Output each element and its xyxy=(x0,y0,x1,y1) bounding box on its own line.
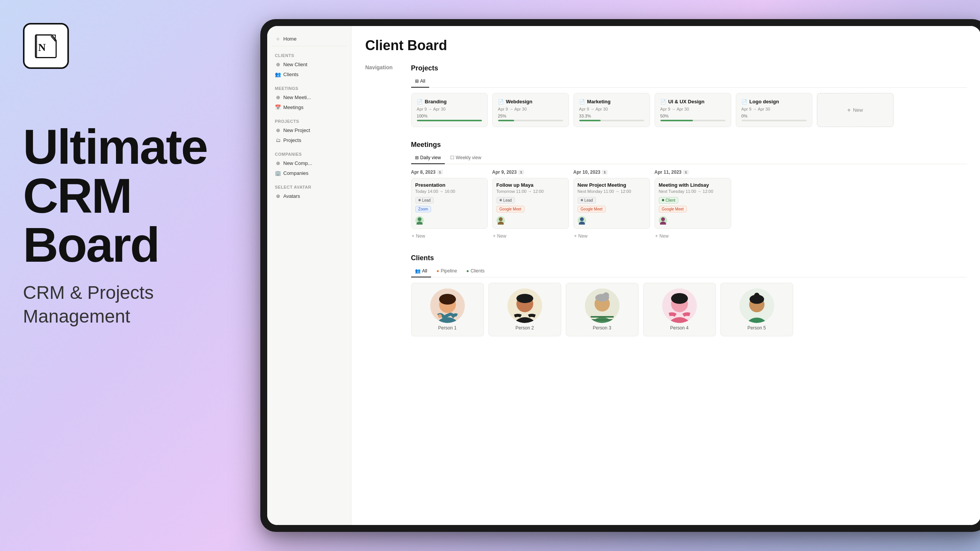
add-new-project-card[interactable]: + New xyxy=(817,93,893,127)
meeting-avatar-newproject xyxy=(578,216,586,225)
badge-lead-followup: Lead xyxy=(497,197,515,204)
hero-subtitle: CRM & ProjectsManagement xyxy=(23,281,207,329)
badge-lead-presentation: Lead xyxy=(415,197,434,204)
svg-point-5 xyxy=(498,222,504,225)
svg-point-2 xyxy=(418,217,421,221)
plus-icon-new-project: + xyxy=(847,107,851,114)
sidebar-item-new-meeting[interactable]: ⊕ New Meeti... xyxy=(272,92,346,102)
progress-bar-bg-uiux xyxy=(660,120,725,121)
tablet-frame: ○ Home Clients ⊕ New Client 👥 Clients Me… xyxy=(260,19,980,532)
add-new-meeting-apr9[interactable]: + New xyxy=(492,232,569,240)
plus-icon-meeting-apr8: + xyxy=(412,233,415,239)
client-name-1: Person 1 xyxy=(438,325,457,331)
project-card-marketing[interactable]: 📄 Marketing Apr 9 → Apr 30 33.3% xyxy=(573,93,650,127)
meeting-card-newproject[interactable]: New Project Meeting Next Monday 11:00 → … xyxy=(573,178,650,229)
project-date-webdesign: Apr 9 → Apr 30 xyxy=(498,107,563,111)
sidebar-label-clients: Clients xyxy=(283,72,299,77)
sidebar-label-projects: Projects xyxy=(283,137,301,143)
meeting-title-lindsay: Meeting with Lindsay xyxy=(659,182,727,188)
meeting-count-apr10: 1 xyxy=(602,170,608,174)
sidebar-item-new-company[interactable]: ⊕ New Comp... xyxy=(272,158,346,168)
tab-clients-pipeline[interactable]: ● Pipeline xyxy=(433,267,461,277)
client-card-4[interactable]: Person 4 xyxy=(643,283,716,336)
sidebar-label-companies: Companies xyxy=(283,170,309,176)
grid-icon-projects: ⊞ xyxy=(415,78,419,84)
add-new-project-label: New xyxy=(853,107,863,113)
progress-bar-fill-uiux xyxy=(660,120,693,121)
sidebar-label-home: Home xyxy=(283,36,297,42)
sidebar-label-new-project: New Project xyxy=(283,127,310,133)
tab-daily-view[interactable]: ⊞ Daily view xyxy=(411,153,445,164)
sidebar-item-new-client[interactable]: ⊕ New Client xyxy=(272,59,346,69)
sidebar-item-companies[interactable]: 🏢 Companies xyxy=(272,168,346,178)
meeting-col-apr11: Apr 11, 2023 1 Meeting with Lindsay Next… xyxy=(655,170,731,240)
meetings-grid: Apr 8, 2023 1 Presentation Today 14:00 →… xyxy=(411,170,967,243)
meeting-card-followup[interactable]: Follow up Maya Tomorrow 11:00 → 12:00 Le… xyxy=(492,178,569,229)
progress-label-branding: 100% xyxy=(417,114,482,118)
svg-point-14 xyxy=(438,314,442,318)
home-icon: ○ xyxy=(275,36,281,42)
tab-weekly-view[interactable]: ☐ Weekly view xyxy=(446,153,485,164)
main-content: Client Board Navigation Projects ⊞ xyxy=(351,26,980,525)
add-new-meeting-apr10[interactable]: + New xyxy=(573,232,650,240)
meeting-avatar-followup xyxy=(497,216,505,225)
plus-icon-meeting-apr11: + xyxy=(655,233,658,239)
meeting-card-lindsay[interactable]: Meeting with Lindsay Next Tuesday 11:00 … xyxy=(655,178,731,229)
client-name-2: Person 2 xyxy=(516,325,534,331)
sidebar-section-projects: Projects xyxy=(272,116,346,125)
folder-icon: 🗂 xyxy=(275,137,281,143)
client-avatar-5 xyxy=(740,289,774,323)
tab-clients-clients[interactable]: ● Clients xyxy=(462,267,488,277)
plus-icon-meeting-apr10: + xyxy=(574,233,577,239)
sidebar-item-meetings[interactable]: 📅 Meetings xyxy=(272,102,346,112)
client-card-5[interactable]: Person 5 xyxy=(720,283,793,336)
sidebar-label-new-meeting: New Meeti... xyxy=(283,95,311,100)
svg-point-3 xyxy=(416,222,423,225)
projects-grid: 📄 Branding Apr 9 → Apr 30 100% xyxy=(411,93,967,130)
project-name-uiux: UI & UX Design xyxy=(668,99,705,104)
sidebar-item-projects[interactable]: 🗂 Projects xyxy=(272,135,346,145)
meeting-date-apr10: Apr 10, 2023 1 xyxy=(573,170,650,175)
meeting-time-followup: Tomorrow 11:00 → 12:00 xyxy=(497,189,565,194)
project-card-uiux[interactable]: 📄 UI & UX Design Apr 9 → Apr 30 50% xyxy=(655,93,731,127)
sidebar-item-home[interactable]: ○ Home xyxy=(272,34,346,44)
client-card-1[interactable]: Person 1 xyxy=(411,283,484,336)
sidebar-section-avatar: Select Avatar xyxy=(272,182,346,191)
sidebar-divider-1 xyxy=(272,46,346,46)
meeting-card-presentation[interactable]: Presentation Today 14:00 → 16:00 Lead xyxy=(411,178,488,229)
meeting-time-lindsay: Next Tuesday 11:00 → 12:00 xyxy=(659,189,727,194)
sidebar: ○ Home Clients ⊕ New Client 👥 Clients Me… xyxy=(267,26,351,525)
meeting-time-presentation: Today 14:00 → 16:00 xyxy=(415,189,483,194)
client-avatar-3 xyxy=(585,289,619,323)
progress-bar-fill-webdesign xyxy=(498,120,514,121)
plus-icon-2: ⊕ xyxy=(275,94,281,100)
project-card-logo[interactable]: 📄 Logo design Apr 9 → Apr 30 0% xyxy=(736,93,812,127)
badge-client-lindsay: Client xyxy=(659,197,679,204)
sidebar-item-avatars[interactable]: ⊕ Avatars xyxy=(272,191,346,201)
project-card-branding[interactable]: 📄 Branding Apr 9 → Apr 30 100% xyxy=(411,93,488,127)
projects-section: Projects ⊞ All xyxy=(411,64,967,130)
client-name-5: Person 5 xyxy=(748,325,766,331)
add-new-meeting-apr8[interactable]: + New xyxy=(411,232,488,240)
svg-point-9 xyxy=(660,222,666,225)
project-card-webdesign[interactable]: 📄 Webdesign Apr 9 → Apr 30 25% xyxy=(492,93,569,127)
tab-projects-all[interactable]: ⊞ All xyxy=(411,77,429,88)
clients-grid: Person 1 xyxy=(411,283,967,339)
badge-gmeet-newproject: Google Meet xyxy=(578,206,606,212)
add-new-meeting-apr11[interactable]: + New xyxy=(655,232,731,240)
meeting-date-apr8: Apr 8, 2023 1 xyxy=(411,170,488,175)
client-name-4: Person 4 xyxy=(670,325,689,331)
notion-logo: N xyxy=(23,23,69,69)
progress-label-webdesign: 25% xyxy=(498,114,563,118)
sidebar-item-clients[interactable]: 👥 Clients xyxy=(272,69,346,79)
client-card-2[interactable]: Person 2 xyxy=(488,283,561,336)
plus-icon-meeting-apr9: + xyxy=(493,233,496,239)
tab-clients-all[interactable]: 👥 All xyxy=(411,267,431,277)
badge-lead-newproject: Lead xyxy=(578,197,596,204)
sidebar-item-new-project[interactable]: ⊕ New Project xyxy=(272,125,346,135)
tablet-screen: ○ Home Clients ⊕ New Client 👥 Clients Me… xyxy=(267,26,980,525)
doc-icon-logo: 📄 xyxy=(742,99,747,104)
project-name-branding: Branding xyxy=(425,99,447,104)
tablet-device: ○ Home Clients ⊕ New Client 👥 Clients Me… xyxy=(260,19,980,532)
client-card-3[interactable]: Person 3 xyxy=(566,283,639,336)
